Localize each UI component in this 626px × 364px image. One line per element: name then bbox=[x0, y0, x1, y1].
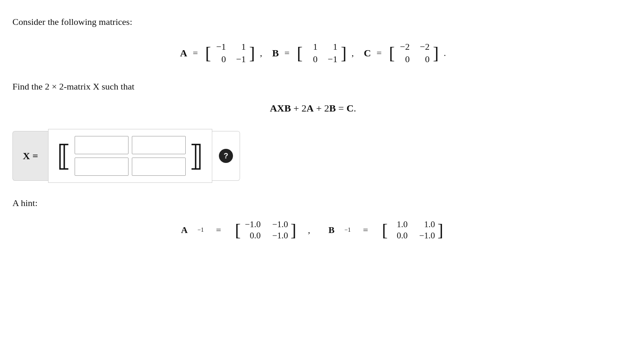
hint-b-inv-r1c0: 0.0 bbox=[390, 231, 408, 241]
answer-input-r0c1[interactable] bbox=[132, 136, 186, 154]
equals-c: = bbox=[374, 48, 384, 58]
answer-section: X = ⟦ ⟧ ? bbox=[12, 129, 614, 183]
hint-a-inv-bracket-right: ] bbox=[291, 221, 296, 239]
c-r0c1: −2 bbox=[418, 41, 429, 52]
equation-display: AXB + 2A + 2B = C. bbox=[12, 103, 614, 114]
c-r1c1: 0 bbox=[418, 54, 429, 65]
answer-input-r1c1[interactable] bbox=[132, 158, 186, 176]
hint-a-inv-r0c1: −1.0 bbox=[271, 219, 288, 230]
answer-bracket-left: ⟦ bbox=[57, 143, 71, 169]
help-button[interactable]: ? bbox=[219, 149, 233, 163]
intro-text: Consider the following matrices: bbox=[12, 17, 614, 27]
help-box: ? bbox=[212, 131, 240, 181]
matrix-a-label: A bbox=[180, 48, 187, 59]
a-r1c0: 0 bbox=[214, 54, 226, 65]
hint-b-inv-grid: 1.0 1.0 0.0 −1.0 bbox=[388, 218, 437, 242]
equation-text: AXB + 2A + 2B = C. bbox=[270, 103, 356, 114]
matrix-a: [ −1 1 0 −1 ] bbox=[205, 40, 255, 66]
hint-b-inv-sup: −1 bbox=[345, 227, 351, 233]
hint-a-inv-matrix: [ −1.0 −1.0 0.0 −1.0 ] bbox=[235, 218, 296, 242]
bracket-right-c: ] bbox=[433, 44, 439, 62]
b-r0c1: 1 bbox=[326, 41, 337, 52]
answer-bracket-right: ⟧ bbox=[189, 143, 204, 169]
hint-b-inv-equals: = bbox=[361, 225, 370, 235]
matrix-b: [ 1 1 0 −1 ] bbox=[297, 40, 347, 66]
hint-b-inv-matrix: [ 1.0 1.0 0.0 −1.0 ] bbox=[382, 218, 443, 242]
hint-a-inv-equals: = bbox=[214, 225, 223, 235]
equals-b: = bbox=[282, 48, 292, 58]
answer-matrix-box: ⟦ ⟧ bbox=[48, 129, 212, 183]
b-r0c0: 1 bbox=[306, 41, 318, 52]
b-r1c1: −1 bbox=[326, 54, 337, 65]
find-text: Find the 2 × 2-matrix X such that bbox=[12, 81, 614, 92]
answer-input-r0c0[interactable] bbox=[75, 136, 129, 154]
hint-b-inv-bracket-right: ] bbox=[437, 221, 443, 239]
answer-label: X = bbox=[12, 131, 48, 181]
period-c: . bbox=[444, 48, 446, 58]
hint-b-inv-label: B bbox=[328, 225, 335, 235]
hint-comma: , bbox=[308, 225, 311, 235]
hint-display: A−1 = [ −1.0 −1.0 0.0 −1.0 ] , B−1 = [ 1… bbox=[12, 218, 614, 242]
bracket-right-b: ] bbox=[341, 44, 347, 62]
matrix-c: [ −2 −2 0 0 ] bbox=[389, 40, 439, 66]
hint-label: A hint: bbox=[12, 198, 614, 209]
hint-b-inv-r1c1: −1.0 bbox=[417, 231, 435, 241]
bracket-right-a: ] bbox=[249, 44, 255, 62]
b-r1c0: 0 bbox=[306, 54, 318, 65]
bracket-left-b: [ bbox=[297, 44, 303, 62]
x-equals-label: X = bbox=[23, 150, 38, 162]
a-r1c1: −1 bbox=[234, 54, 246, 65]
matrix-c-grid: −2 −2 0 0 bbox=[395, 40, 433, 66]
hint-a-inv-r1c0: 0.0 bbox=[243, 231, 261, 241]
hint-a-inv-bracket-left: [ bbox=[235, 221, 241, 239]
hint-a-inv-grid: −1.0 −1.0 0.0 −1.0 bbox=[241, 218, 291, 242]
answer-input-grid bbox=[75, 136, 186, 176]
matrix-b-label: B bbox=[272, 48, 279, 59]
a-r0c1: 1 bbox=[234, 41, 246, 52]
bracket-left-c: [ bbox=[389, 44, 395, 62]
matrix-b-grid: 1 1 0 −1 bbox=[303, 40, 341, 66]
matrix-c-label: C bbox=[364, 48, 371, 59]
hint-a-inv-r0c0: −1.0 bbox=[243, 219, 261, 230]
comma-b: , bbox=[352, 48, 354, 58]
c-r0c0: −2 bbox=[398, 41, 410, 52]
answer-input-r1c0[interactable] bbox=[75, 158, 129, 176]
matrices-display: A = [ −1 1 0 −1 ] , B = [ 1 1 0 −1 ] , C… bbox=[12, 40, 614, 66]
hint-a-inv-r1c1: −1.0 bbox=[271, 231, 288, 241]
hint-b-inv-bracket-left: [ bbox=[382, 221, 388, 239]
hint-b-inv-r0c0: 1.0 bbox=[390, 219, 408, 230]
c-r1c0: 0 bbox=[398, 54, 410, 65]
comma-a: , bbox=[260, 48, 262, 58]
hint-a-inv-sup: −1 bbox=[198, 227, 204, 233]
equals-a: = bbox=[191, 48, 200, 58]
hint-a-inv-label: A bbox=[181, 225, 188, 235]
a-r0c0: −1 bbox=[214, 41, 226, 52]
hint-b-inv-r0c1: 1.0 bbox=[417, 219, 435, 230]
matrix-a-grid: −1 1 0 −1 bbox=[211, 40, 249, 66]
bracket-left-a: [ bbox=[205, 44, 211, 62]
